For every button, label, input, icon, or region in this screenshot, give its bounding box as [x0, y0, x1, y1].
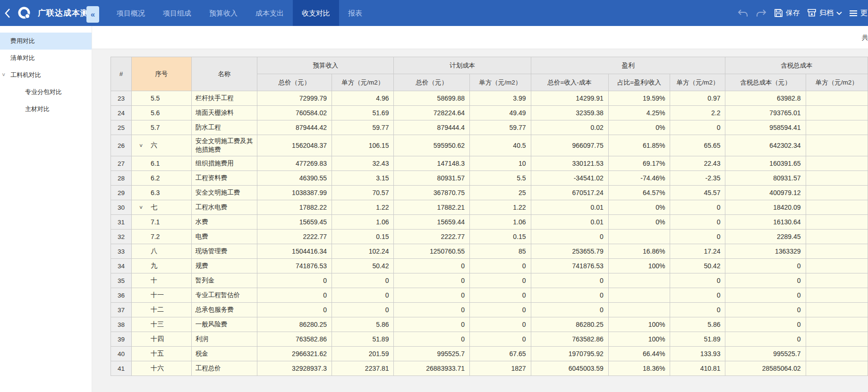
row-value-cell-5[interactable]: 0% [608, 120, 670, 135]
sidebar-collapse-button[interactable]: « [86, 6, 99, 23]
row-value-cell-8[interactable] [806, 200, 868, 215]
row-value-cell-5[interactable]: 0% [608, 215, 670, 230]
redo-icon[interactable] [756, 9, 767, 17]
row-value-cell-3[interactable]: 25 [470, 186, 531, 200]
row-value-cell-8[interactable] [806, 120, 868, 135]
row-value-cell-0[interactable]: 0 [257, 288, 332, 303]
row-name-cell[interactable]: 栏杆扶手工程 [191, 91, 257, 106]
row-value-cell-7[interactable]: 995525.7 [725, 347, 806, 361]
row-value-cell-0[interactable]: 0 [257, 273, 332, 288]
row-value-cell-7[interactable]: 16130.64 [725, 215, 806, 230]
row-value-cell-1[interactable]: 102.24 [332, 244, 394, 259]
row-value-cell-7[interactable]: 1363329 [725, 244, 806, 259]
nav-tab-0[interactable]: 项目概况 [108, 0, 154, 26]
row-seq-cell[interactable]: 十四 [131, 332, 191, 347]
row-value-cell-5[interactable]: 64.57% [608, 186, 670, 200]
row-value-cell-2[interactable]: 995525.7 [394, 347, 470, 361]
row-index-cell[interactable]: 29 [111, 186, 132, 200]
row-value-cell-4[interactable]: 0.01 [531, 200, 608, 215]
row-value-cell-8[interactable] [806, 91, 868, 106]
row-value-cell-2[interactable]: 26883933.71 [394, 361, 470, 376]
row-seq-cell[interactable]: 十一 [131, 288, 191, 303]
row-name-cell[interactable]: 墙面天棚涂料 [191, 106, 257, 120]
row-value-cell-8[interactable] [806, 273, 868, 288]
row-value-cell-7[interactable]: 160391.65 [725, 156, 806, 171]
row-seq-cell[interactable]: 7.2 [131, 230, 191, 244]
row-index-cell[interactable]: 35 [111, 273, 132, 288]
row-value-cell-8[interactable] [806, 347, 868, 361]
row-seq-cell[interactable]: 十六 [131, 361, 191, 376]
row-name-cell[interactable]: 电费 [191, 230, 257, 244]
row-value-cell-5[interactable]: -74.46% [608, 171, 670, 186]
row-name-cell[interactable]: 总承包服务费 [191, 303, 257, 317]
row-value-cell-8[interactable] [806, 303, 868, 317]
row-value-cell-7[interactable]: 0 [725, 259, 806, 273]
nav-tab-1[interactable]: 项目组成 [154, 0, 200, 26]
row-seq-cell[interactable]: 十 [131, 273, 191, 288]
row-value-cell-2[interactable]: 0 [394, 317, 470, 332]
row-value-cell-6[interactable]: 45.57 [670, 186, 725, 200]
row-value-cell-7[interactable]: 0 [725, 317, 806, 332]
row-value-cell-6[interactable]: 50.42 [670, 259, 725, 273]
row-value-cell-8[interactable] [806, 288, 868, 303]
row-value-cell-5[interactable]: 4.25% [608, 106, 670, 120]
tree-collapse-icon[interactable]: ∨ [139, 205, 143, 210]
row-value-cell-6[interactable]: 410.81 [670, 361, 725, 376]
row-index-cell[interactable]: 27 [111, 156, 132, 171]
row-index-cell[interactable]: 40 [111, 347, 132, 361]
row-value-cell-8[interactable] [806, 171, 868, 186]
row-value-cell-6[interactable]: 0 [670, 120, 725, 135]
row-value-cell-8[interactable] [806, 135, 868, 156]
row-value-cell-4[interactable]: 0.02 [531, 120, 608, 135]
row-value-cell-7[interactable]: 0 [725, 273, 806, 288]
row-name-cell[interactable]: 工程水电费 [191, 200, 257, 215]
row-value-cell-4[interactable]: 0 [531, 230, 608, 244]
row-value-cell-7[interactable]: 958594.41 [725, 120, 806, 135]
sidebar-item-3[interactable]: 专业分包对比 [0, 84, 92, 101]
row-name-cell[interactable]: 专业工程暂估价 [191, 288, 257, 303]
row-value-cell-4[interactable]: 32359.38 [531, 106, 608, 120]
row-seq-cell[interactable]: 6.2 [131, 171, 191, 186]
row-value-cell-3[interactable]: 0 [470, 303, 531, 317]
sidebar-item-4[interactable]: 主材对比 [0, 101, 92, 118]
row-value-cell-3[interactable]: 1.06 [470, 215, 531, 230]
row-value-cell-6[interactable]: 2.2 [670, 106, 725, 120]
row-value-cell-0[interactable]: 86280.25 [257, 317, 332, 332]
expand-icon[interactable]: ∨ [1, 72, 6, 77]
row-value-cell-2[interactable]: 0 [394, 259, 470, 273]
row-value-cell-3[interactable]: 0 [470, 259, 531, 273]
row-value-cell-0[interactable]: 1504416.34 [257, 244, 332, 259]
row-name-cell[interactable]: 税金 [191, 347, 257, 361]
row-value-cell-7[interactable]: 0 [725, 332, 806, 347]
row-index-cell[interactable]: 37 [111, 303, 132, 317]
row-value-cell-7[interactable]: 80931.57 [725, 171, 806, 186]
row-name-cell[interactable]: 利润 [191, 332, 257, 347]
row-value-cell-5[interactable] [608, 230, 670, 244]
row-value-cell-3[interactable]: 10 [470, 156, 531, 171]
row-value-cell-8[interactable] [806, 230, 868, 244]
tree-collapse-icon[interactable]: ∨ [139, 143, 143, 148]
row-seq-cell[interactable]: 十三 [131, 317, 191, 332]
row-index-cell[interactable]: 31 [111, 215, 132, 230]
row-value-cell-1[interactable]: 0.15 [332, 230, 394, 244]
row-value-cell-5[interactable]: 61.85% [608, 135, 670, 156]
row-value-cell-2[interactable]: 58699.88 [394, 91, 470, 106]
row-value-cell-6[interactable]: 133.93 [670, 347, 725, 361]
row-value-cell-2[interactable]: 80931.57 [394, 171, 470, 186]
row-value-cell-1[interactable]: 0 [332, 303, 394, 317]
row-seq-cell[interactable]: 十二 [131, 303, 191, 317]
row-value-cell-3[interactable]: 5.5 [470, 171, 531, 186]
row-value-cell-0[interactable]: 1562048.37 [257, 135, 332, 156]
row-value-cell-8[interactable] [806, 215, 868, 230]
row-value-cell-7[interactable]: 2289.45 [725, 230, 806, 244]
row-index-cell[interactable]: 36 [111, 288, 132, 303]
row-value-cell-3[interactable]: 1.22 [470, 200, 531, 215]
row-seq-cell[interactable]: 九 [131, 259, 191, 273]
row-index-cell[interactable]: 38 [111, 317, 132, 332]
row-value-cell-0[interactable]: 760584.02 [257, 106, 332, 120]
row-name-cell[interactable]: 安全文明施工费及其他措施费 [191, 135, 257, 156]
row-seq-cell[interactable]: 6.3 [131, 186, 191, 200]
row-value-cell-5[interactable]: 100% [608, 259, 670, 273]
nav-tab-3[interactable]: 成本支出 [247, 0, 293, 26]
row-value-cell-7[interactable]: 642302.34 [725, 135, 806, 156]
